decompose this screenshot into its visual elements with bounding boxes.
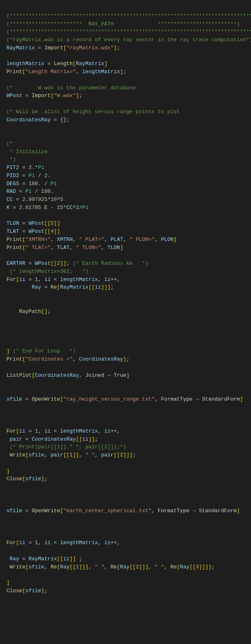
code-editor: (***************************************… <box>6 4 245 595</box>
